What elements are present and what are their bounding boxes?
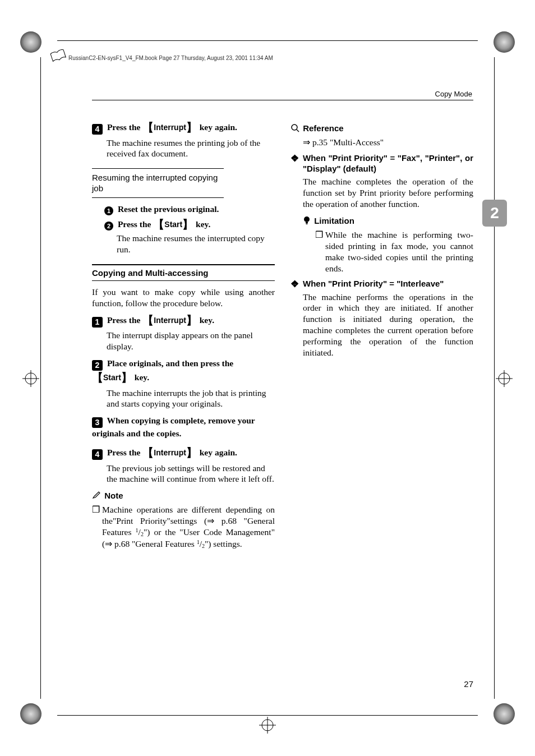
substep-2: 2 Press the 【Start】 key. [104, 218, 275, 232]
crop-mark-tl [20, 31, 41, 53]
b-step-2-body: The machine interrupts the job that is p… [107, 388, 275, 410]
reference-item: ⇒ p.35 "Multi-Access" [303, 137, 473, 148]
svg-point-11 [304, 216, 310, 222]
step-4a-body: The machine resumes the printing job of … [107, 137, 275, 160]
diamond-heading-2: When "Print Priority" = "Interleave" [290, 278, 473, 289]
intro-para: If you want to make copy while using ano… [92, 287, 275, 309]
b-step-3: 3 When copying is complete, remove your … [92, 415, 275, 439]
imposition-header: RussianC2-EN-sysF1_V4_FM.book Page 27 Th… [68, 55, 273, 61]
limitation-item: While the machine is performing two-side… [325, 229, 473, 274]
chapter-tab: 2 [482, 200, 507, 227]
crop-mark-br [494, 703, 515, 725]
svg-line-10 [297, 130, 299, 132]
registration-mark-bottom [259, 717, 276, 734]
substep-2-body: The machine resumes the interrupted copy… [117, 233, 275, 255]
step-number-icon: 4 [92, 449, 103, 460]
right-column: Reference ⇒ p.35 "Multi-Access" When "Pr… [290, 117, 473, 554]
registration-mark-right [496, 370, 513, 387]
svg-rect-12 [306, 222, 308, 223]
diamond-body-2: The machine performs the operations in t… [303, 292, 473, 358]
limitation-heading: Limitation [303, 215, 473, 227]
reference-heading: Reference [290, 123, 473, 135]
b-step-1: 1 Press the 【Interrupt】 key. [92, 314, 275, 328]
b-step-4: 4 Press the 【Interrupt】 key again. [92, 446, 275, 460]
running-head: Copy Mode [435, 90, 473, 98]
circled-number-icon: 1 [104, 206, 113, 215]
note-item: Machine operations are different dependi… [102, 504, 275, 550]
svg-point-9 [292, 125, 297, 130]
substep-1: 1 Reset the previous original. [104, 204, 275, 215]
bulb-icon [303, 216, 311, 227]
magnify-icon [290, 123, 299, 135]
b-step-4-body: The previous job settings will be restor… [107, 463, 275, 485]
left-column: 4 Press the 【Interrupt】 key again. The m… [92, 117, 275, 554]
pencil-icon [92, 491, 101, 502]
svg-rect-13 [306, 223, 308, 224]
step-number-icon: 3 [92, 417, 103, 428]
diamond-body-1: The machine completes the operation of t… [303, 176, 473, 209]
step-number-icon: 4 [92, 124, 103, 135]
section-heading: Copying and Multi-accessing [92, 264, 275, 281]
step-number-icon: 1 [92, 317, 103, 328]
crop-mark-bl [20, 703, 41, 725]
step-number-icon: 2 [92, 360, 103, 371]
crop-mark-tr [494, 31, 515, 53]
page-number: 27 [464, 679, 473, 689]
note-heading: Note [92, 490, 275, 502]
b-step-1-body: The interrupt display appears on the pan… [107, 330, 275, 352]
registration-mark-left [22, 370, 39, 387]
resume-heading: Resuming the interrupted copying job [92, 168, 224, 197]
diamond-heading-1: When "Print Priority" = "Fax", "Printer"… [290, 153, 473, 174]
circled-number-icon: 2 [104, 222, 113, 231]
b-step-2: 2 Place originals, and then press the 【S… [92, 358, 275, 385]
step-4a: 4 Press the 【Interrupt】 key again. [92, 121, 275, 135]
